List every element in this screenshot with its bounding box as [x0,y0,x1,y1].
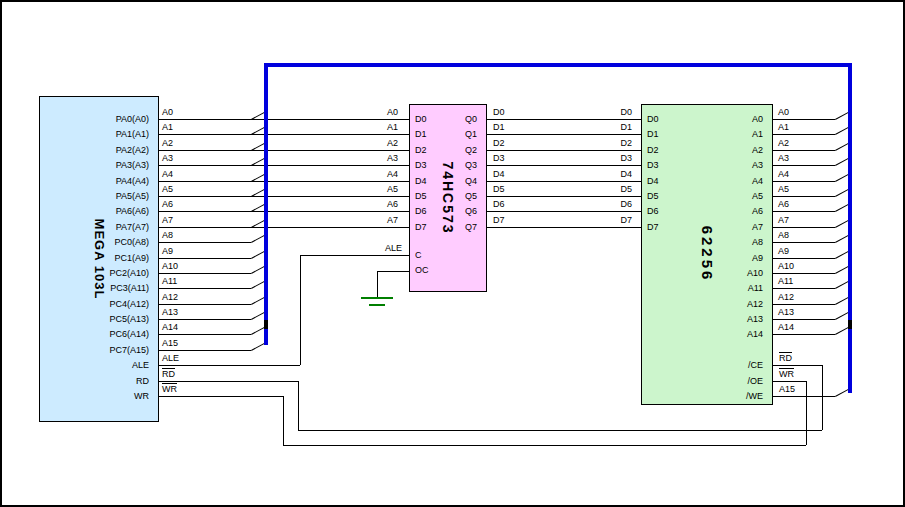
pin-label-q2: Q2 [465,145,477,155]
pin-label-d2: D2 [647,145,659,155]
pin-label-wr: WR [134,391,149,401]
wire-d0 [487,119,641,120]
wire-d6 [487,211,641,212]
net-label-d7: D7 [620,215,632,225]
pin-label-oc: OC [415,265,429,275]
wire-a0 [773,119,835,120]
net-label-a5: A5 [778,184,789,194]
pin-label-d5: D5 [647,191,659,201]
net-label-a14: A14 [778,322,794,332]
net-label-a2: A2 [162,138,173,148]
net-label-a0: A0 [778,107,789,117]
wire-a4 [773,181,835,182]
wire-a9 [773,258,835,259]
pin-label-a6: A6 [752,206,763,216]
pin-label-c: C [415,250,422,260]
net-label-a2: A2 [387,138,398,148]
net-label-a6: A6 [387,199,398,209]
pin-label-d0: D0 [415,114,427,124]
wire-a14 [159,334,251,335]
net-label-a13: A13 [162,307,178,317]
bus-entry [251,297,264,305]
wire-d2 [487,150,641,151]
net-label-a6: A6 [778,199,789,209]
pin-label-d6: D6 [647,206,659,216]
bus-entry [835,158,848,166]
wire-a3 [159,165,409,166]
wire-d3 [487,165,641,166]
net-label-a0: A0 [162,107,173,117]
wire-ale [300,255,409,256]
pin-label-a1: A1 [752,129,763,139]
net-label-a12: A12 [778,292,794,302]
wire-a6 [773,211,835,212]
bus-entry [835,297,848,305]
net-label-a8: A8 [778,230,789,240]
wire-a5 [773,196,835,197]
wire-a13 [159,319,251,320]
ground-symbol [361,297,393,299]
chip-title-mega-103l: MEGA 103L [92,219,107,300]
net-label-a14: A14 [162,322,178,332]
net-label-a10: A10 [162,261,178,271]
net-label-a4: A4 [778,169,789,179]
pin-label-a9: A9 [752,253,763,263]
net-label-a12: A12 [162,292,178,302]
pin-label-q4: Q4 [465,176,477,186]
wire-a8 [159,242,251,243]
bus-entry [835,143,848,151]
wire-a2 [159,150,409,151]
wire-rd [298,430,822,431]
pin-label-a4: A4 [752,176,763,186]
bus-entry [251,251,264,259]
bus-entry [835,127,848,135]
wire-wr [773,381,806,382]
net-label-a0: A0 [387,107,398,117]
chip-title-74hc573: 74HC573 [440,161,456,234]
bus-entry [835,235,848,243]
pin-label-a8: A8 [752,237,763,247]
net-label-a13: A13 [778,307,794,317]
bus-entry [835,389,848,397]
net-label-rd: RD [162,369,175,379]
net-label-d0: D0 [493,107,505,117]
pin-label-pa0-a0: PA0(A0) [116,114,149,124]
wire-a0 [159,119,409,120]
pin-label-d4: D4 [415,176,427,186]
bus-entry [835,251,848,259]
pin-label-pc0-a8: PC0(A8) [114,237,149,247]
net-label-wr: WR [779,369,794,379]
net-label-a4: A4 [162,169,173,179]
net-label-rd: RD [779,353,792,363]
net-label-d6: D6 [620,199,632,209]
wire-a5 [159,196,409,197]
net-label-a8: A8 [162,230,173,240]
pin-label-a11: A11 [748,283,763,293]
wire-a13 [773,319,835,320]
wire-a15 [159,350,251,351]
net-label-a5: A5 [162,184,173,194]
pin-label-a13: A13 [747,314,763,324]
wire-a10 [773,273,835,274]
net-label-a1: A1 [162,122,173,132]
pin-label-a7: A7 [752,222,763,232]
net-label-a3: A3 [778,153,789,163]
bus-entry [251,235,264,243]
pin-label-q6: Q6 [465,206,477,216]
net-label-a11: A11 [778,276,793,286]
pin-label-d6: D6 [415,206,427,216]
net-label-d0: D0 [620,107,632,117]
pin-label-a2: A2 [752,145,763,155]
bus-entry [835,327,848,335]
pin-label-q3: Q3 [465,160,477,170]
net-label-a15: A15 [779,384,795,394]
wire-a6 [159,211,409,212]
pin-label-q0: Q0 [465,114,477,124]
pin-label-pa2-a2: PA2(A2) [116,145,149,155]
pin-label-d2: D2 [415,145,427,155]
wire-d4 [487,181,641,182]
wire-ale [159,365,300,366]
net-label-a1: A1 [387,122,398,132]
schematic-canvas: MEGA 103L 74HC573 62256 PA0(A0)PA1(A1)PA… [0,0,905,507]
wire-a9 [159,258,251,259]
